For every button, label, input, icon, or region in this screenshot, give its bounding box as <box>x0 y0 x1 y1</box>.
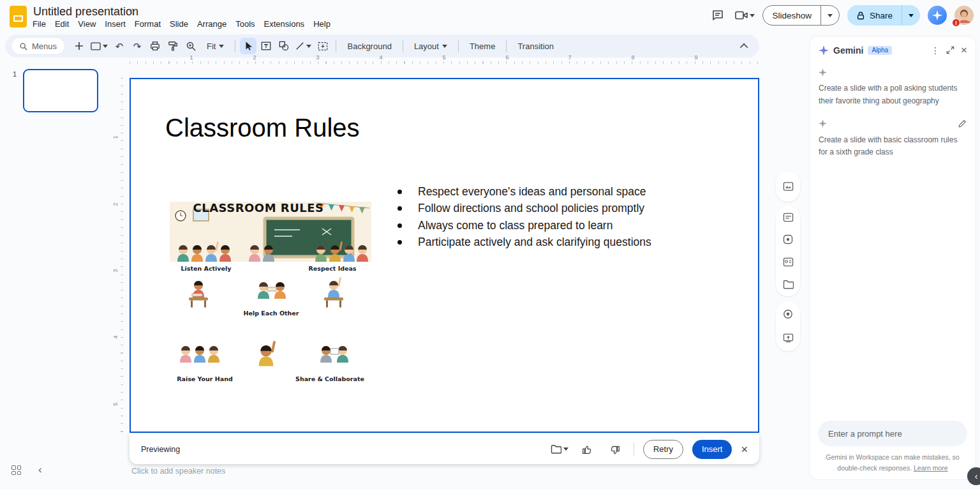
ruler-number: 9 <box>694 54 697 61</box>
insert-placeholder-button[interactable] <box>315 38 331 54</box>
contacts-button[interactable] <box>777 252 799 273</box>
grid-view-button[interactable] <box>11 465 21 475</box>
illustration-label: Help Each Other <box>244 310 299 317</box>
gemini-close-button[interactable]: × <box>961 45 967 56</box>
layout-button[interactable]: Layout <box>408 38 454 54</box>
line-tool-button[interactable] <box>293 38 313 54</box>
menu-slide[interactable]: Slide <box>165 18 193 30</box>
new-slide-layout-button[interactable] <box>89 38 110 54</box>
share-options-button[interactable] <box>902 5 920 26</box>
undo-button[interactable]: ↶ <box>111 38 128 54</box>
image-suggestions-button[interactable] <box>777 176 799 197</box>
paint-format-button[interactable] <box>165 38 181 54</box>
menu-insert[interactable]: Insert <box>100 18 130 30</box>
menu-arrange[interactable]: Arrange <box>193 18 231 30</box>
menu-extensions[interactable]: Extensions <box>260 18 309 30</box>
menu-file[interactable]: File <box>28 18 50 30</box>
background-button[interactable]: Background <box>341 38 397 54</box>
paint-roller-icon <box>168 41 178 51</box>
gemini-menu-button[interactable]: ⋮ <box>931 45 940 56</box>
gemini-expand-button[interactable] <box>946 46 954 54</box>
menu-format[interactable]: Format <box>130 18 165 30</box>
illustration-title: CLASSROOM RULES <box>193 201 323 214</box>
redo-button[interactable]: ↷ <box>129 38 145 54</box>
theme-button[interactable]: Theme <box>463 38 501 54</box>
print-button[interactable] <box>147 38 163 54</box>
comment-icon <box>711 9 724 22</box>
transition-button[interactable]: Transition <box>511 38 560 54</box>
thumbs-up-button[interactable] <box>577 440 597 459</box>
vertical-ruler: 1 2 3 4 5 <box>115 78 123 433</box>
record-button[interactable] <box>777 303 799 325</box>
shape-tool-button[interactable] <box>276 38 292 54</box>
slideshow-split-button: Slideshow <box>762 5 840 26</box>
slideshow-button[interactable]: Slideshow <box>763 6 820 25</box>
gemini-prompt-input[interactable] <box>818 421 967 446</box>
menu-help[interactable]: Help <box>309 18 335 30</box>
retry-label: Retry <box>653 444 673 454</box>
menu-tools[interactable]: Tools <box>231 18 259 30</box>
plus-icon <box>75 41 84 50</box>
fit-label: Fit <box>207 41 216 51</box>
background-label: Background <box>347 41 391 51</box>
menu-edit[interactable]: Edit <box>50 18 73 30</box>
share-split-button: Share <box>847 5 920 26</box>
placeholder-icon <box>318 41 328 51</box>
slide-thumbnail[interactable] <box>23 69 98 112</box>
illustration-label: Raise Your Hand <box>177 375 233 382</box>
star-icon[interactable]: ☆ <box>128 6 137 17</box>
close-icon: × <box>741 443 748 456</box>
folder-button[interactable] <box>777 274 799 296</box>
theme-label: Theme <box>470 41 495 51</box>
horizontal-ruler: 1 2 3 4 5 6 7 8 9 <box>130 56 759 64</box>
grid-icon <box>17 465 22 470</box>
zoom-fit-dropdown[interactable]: Fit <box>200 38 230 54</box>
bullet-dot <box>397 190 402 194</box>
comments-button[interactable] <box>708 6 727 25</box>
retry-button[interactable]: Retry <box>643 440 683 459</box>
close-preview-button[interactable]: × <box>741 444 748 455</box>
ruler-number: 3 <box>112 269 119 272</box>
slide-canvas[interactable]: Classroom Rules <box>130 78 759 433</box>
share-button[interactable]: Share <box>847 5 902 26</box>
select-tool-button[interactable] <box>240 38 256 54</box>
present-screen-button[interactable] <box>777 327 799 349</box>
slide-title[interactable]: Classroom Rules <box>165 114 360 142</box>
notes-card-button[interactable] <box>777 206 799 228</box>
stickers-button[interactable] <box>777 229 799 250</box>
gemini-prompt-card[interactable]: Create a slide with basic classroom rule… <box>810 112 976 163</box>
gemini-prompt-card[interactable]: Create a slide with a poll asking studen… <box>810 61 976 112</box>
textbox-tool-button[interactable] <box>258 38 274 54</box>
save-to-drive-dropdown[interactable] <box>551 440 568 459</box>
join-call-button[interactable] <box>735 6 755 25</box>
preview-divider <box>634 442 634 456</box>
ruler-number: 1 <box>112 135 119 139</box>
prompt-text: Create a slide with a poll asking studen… <box>819 82 967 108</box>
undo-icon: ↶ <box>115 41 124 51</box>
slide-image[interactable]: CLASSROOM RULES <box>169 192 372 388</box>
edit-prompt-button[interactable] <box>958 119 967 128</box>
slides-logo[interactable] <box>10 6 27 27</box>
gemini-button[interactable] <box>928 6 947 25</box>
insert-label: Insert <box>702 444 723 454</box>
hide-side-panel-button[interactable]: ‹ <box>967 467 980 485</box>
account-avatar[interactable]: ! <box>954 6 974 25</box>
slideshow-options-button[interactable] <box>820 6 839 25</box>
collapse-filmstrip-button[interactable]: ‹ <box>38 463 42 476</box>
speaker-notes-placeholder[interactable]: Click to add speaker notes <box>131 467 225 476</box>
learn-more-link[interactable]: Learn more <box>914 464 948 472</box>
document-title[interactable]: Untitled presentation <box>33 5 138 19</box>
collapse-toolbar-button[interactable] <box>736 38 753 54</box>
print-icon <box>150 41 160 51</box>
meet-camera-icon <box>735 10 748 20</box>
menus-search-button[interactable]: Menus <box>11 38 64 54</box>
ruler-ticks <box>121 78 123 433</box>
thumbs-down-button[interactable] <box>605 440 625 459</box>
bullet-text: Participate actively and ask clarifying … <box>418 236 651 249</box>
insert-button[interactable]: Insert <box>692 440 732 459</box>
menu-view[interactable]: View <box>73 18 100 30</box>
zoom-button[interactable] <box>182 38 199 54</box>
slide-body-text[interactable]: Respect everyone's ideas and personal sp… <box>397 183 651 251</box>
new-slide-button[interactable] <box>71 38 87 54</box>
gemini-preview-bar: Previewing Retry Insert <box>130 434 759 464</box>
